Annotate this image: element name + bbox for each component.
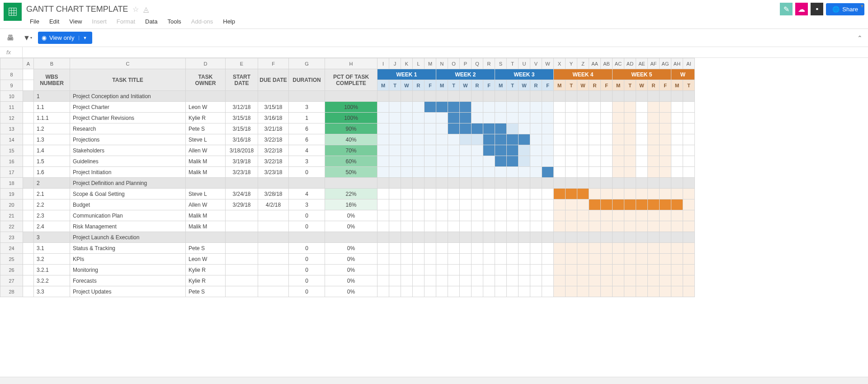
- gantt-cell[interactable]: [566, 210, 577, 221]
- cell-owner[interactable]: Allen W: [186, 145, 226, 156]
- cell[interactable]: [23, 232, 34, 243]
- gantt-cell[interactable]: [436, 243, 448, 254]
- row-header-9[interactable]: 9: [0, 80, 23, 91]
- gantt-cell[interactable]: [472, 199, 483, 210]
- gantt-cell[interactable]: [566, 243, 577, 254]
- col-header-N[interactable]: N: [436, 58, 448, 69]
- gantt-cell[interactable]: [448, 221, 460, 232]
- gantt-cell[interactable]: [377, 210, 389, 221]
- cell[interactable]: [23, 69, 34, 80]
- gantt-cell[interactable]: [507, 221, 519, 232]
- gantt-cell[interactable]: [660, 167, 671, 178]
- gantt-cell[interactable]: [460, 167, 472, 178]
- gantt-cell[interactable]: [530, 156, 542, 167]
- gantt-cell[interactable]: [660, 221, 671, 232]
- cell-pct[interactable]: 22%: [325, 189, 377, 199]
- col-header-U[interactable]: U: [519, 58, 530, 69]
- col-header-X[interactable]: X: [554, 58, 566, 69]
- gantt-cell[interactable]: [472, 145, 483, 156]
- gantt-cell[interactable]: [401, 221, 413, 232]
- gantt-cell[interactable]: [530, 254, 542, 265]
- gantt-cell[interactable]: [613, 275, 624, 286]
- row-header-17[interactable]: 17: [0, 167, 23, 178]
- gantt-cell[interactable]: [460, 232, 472, 243]
- gantt-cell[interactable]: [483, 210, 495, 221]
- gantt-cell[interactable]: [671, 221, 683, 232]
- cell-owner[interactable]: Malik M: [186, 156, 226, 167]
- row-header-10[interactable]: 10: [0, 91, 23, 102]
- gantt-cell[interactable]: [589, 221, 601, 232]
- cell-duration[interactable]: 0: [289, 243, 325, 254]
- gantt-cell[interactable]: [624, 102, 636, 113]
- gantt-cell[interactable]: [577, 178, 589, 189]
- gantt-cell[interactable]: [472, 91, 483, 102]
- cell-due[interactable]: [258, 286, 289, 297]
- cell-duration[interactable]: 3: [289, 156, 325, 167]
- gantt-cell[interactable]: [566, 91, 577, 102]
- gantt-cell[interactable]: [401, 145, 413, 156]
- cell-pct[interactable]: 100%: [325, 102, 377, 113]
- cell-due[interactable]: 3/22/18: [258, 156, 289, 167]
- gantt-cell[interactable]: [377, 189, 389, 199]
- gantt-cell[interactable]: [671, 123, 683, 134]
- cell-due[interactable]: [258, 275, 289, 286]
- cell-title[interactable]: Project Definition and Planning: [70, 178, 186, 189]
- gantt-cell[interactable]: [389, 156, 401, 167]
- gantt-cell[interactable]: [377, 113, 389, 123]
- gantt-cell[interactable]: [530, 113, 542, 123]
- gantt-cell[interactable]: [436, 232, 448, 243]
- gantt-cell[interactable]: [507, 243, 519, 254]
- cell-due[interactable]: [258, 254, 289, 265]
- gantt-cell[interactable]: [436, 91, 448, 102]
- col-header-Q[interactable]: Q: [472, 58, 483, 69]
- gantt-cell[interactable]: [507, 199, 519, 210]
- gantt-cell[interactable]: [389, 134, 401, 145]
- gantt-cell[interactable]: [448, 286, 460, 297]
- cell-wbs[interactable]: 1.4: [34, 145, 70, 156]
- cell-duration[interactable]: 3: [289, 199, 325, 210]
- gantt-cell[interactable]: [448, 254, 460, 265]
- cell-title[interactable]: Project Launch & Execution: [70, 232, 186, 243]
- cell-wbs[interactable]: 2.3: [34, 210, 70, 221]
- cell[interactable]: [23, 178, 34, 189]
- cell-title[interactable]: Project Charter Revisions: [70, 113, 186, 123]
- gantt-cell[interactable]: [648, 275, 660, 286]
- gantt-cell[interactable]: [589, 199, 601, 210]
- gantt-cell[interactable]: [554, 123, 566, 134]
- gantt-cell[interactable]: [577, 102, 589, 113]
- gantt-cell[interactable]: [519, 189, 530, 199]
- gantt-cell[interactable]: [448, 265, 460, 275]
- cell[interactable]: [23, 275, 34, 286]
- gantt-cell[interactable]: [601, 286, 613, 297]
- gantt-cell[interactable]: [554, 145, 566, 156]
- gantt-cell[interactable]: [624, 286, 636, 297]
- gantt-cell[interactable]: [636, 134, 648, 145]
- gantt-cell[interactable]: [495, 123, 507, 134]
- gantt-cell[interactable]: [519, 221, 530, 232]
- gantt-cell[interactable]: [660, 156, 671, 167]
- cell-pct[interactable]: 100%: [325, 113, 377, 123]
- cell-start[interactable]: 3/18/2018: [226, 145, 258, 156]
- menu-view[interactable]: View: [66, 16, 85, 27]
- row-header-18[interactable]: 18: [0, 178, 23, 189]
- gantt-cell[interactable]: [542, 275, 554, 286]
- gantt-cell[interactable]: [624, 189, 636, 199]
- cell[interactable]: [23, 189, 34, 199]
- gantt-cell[interactable]: [436, 134, 448, 145]
- gantt-cell[interactable]: [530, 232, 542, 243]
- cell[interactable]: [23, 145, 34, 156]
- cell-owner[interactable]: Leon W: [186, 102, 226, 113]
- gantt-cell[interactable]: [507, 123, 519, 134]
- filter-icon[interactable]: ▼▾: [21, 31, 34, 45]
- gantt-cell[interactable]: [660, 113, 671, 123]
- gantt-cell[interactable]: [660, 265, 671, 275]
- gantt-cell[interactable]: [460, 134, 472, 145]
- gantt-cell[interactable]: [530, 210, 542, 221]
- gantt-cell[interactable]: [472, 275, 483, 286]
- gantt-cell[interactable]: [460, 275, 472, 286]
- gantt-cell[interactable]: [377, 145, 389, 156]
- gantt-cell[interactable]: [624, 232, 636, 243]
- gantt-cell[interactable]: [495, 178, 507, 189]
- gantt-cell[interactable]: [636, 178, 648, 189]
- collapse-toolbar-icon[interactable]: ⌃: [857, 34, 863, 42]
